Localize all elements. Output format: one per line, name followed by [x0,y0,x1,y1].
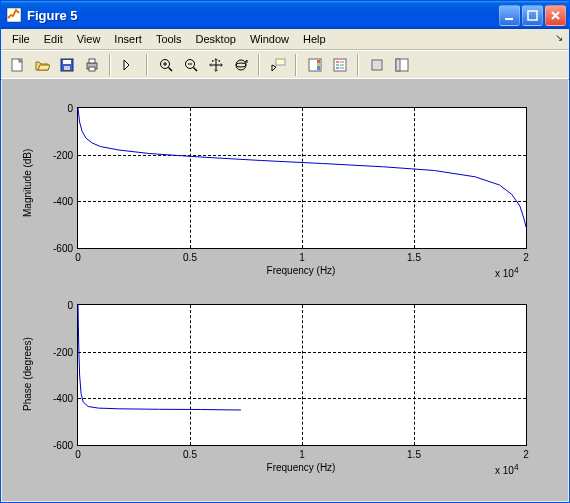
data-cursor-button[interactable] [266,54,289,76]
xtick: 1.5 [407,449,421,460]
ytick: -600 [53,243,73,254]
magnitude-line [78,108,526,248]
ytick: 0 [67,300,73,311]
svg-rect-2 [528,11,537,20]
menu-edit[interactable]: Edit [37,31,70,47]
svg-rect-5 [63,60,71,64]
menu-view[interactable]: View [70,31,108,47]
axes2-ylabel: Phase (degrees) [22,331,33,411]
axes-magnitude[interactable]: 0 -200 -400 -600 0 0.5 1 1.5 2 [77,107,527,249]
matlab-figure-icon [6,7,22,23]
print-button[interactable] [80,54,103,76]
axes2-exponent: x 104 [495,462,519,476]
xtick: 1 [299,449,305,460]
svg-rect-22 [317,60,320,63]
xtick: 0.5 [183,252,197,263]
svg-rect-33 [396,59,400,71]
xtick: 1.5 [407,252,421,263]
ytick: 0 [67,103,73,114]
dock-icon[interactable]: ↘ [555,32,563,43]
svg-rect-1 [505,18,513,20]
ytick: -200 [53,149,73,160]
maximize-button[interactable] [522,5,543,26]
menu-desktop[interactable]: Desktop [189,31,243,47]
svg-point-18 [236,63,246,67]
xtick: 2 [523,252,529,263]
new-figure-button[interactable] [5,54,28,76]
axes1-xlabel: Frequency (Hz) [77,265,525,276]
svg-line-15 [193,68,197,72]
axes2-xlabel: Frequency (Hz) [77,462,525,473]
toolbar [1,50,569,80]
minimize-button[interactable] [499,5,520,26]
open-button[interactable] [30,54,53,76]
edit-plot-button[interactable] [117,54,140,76]
ytick: -200 [53,346,73,357]
menu-file[interactable]: File [5,31,37,47]
svg-rect-19 [276,59,285,65]
insert-legend-button[interactable] [328,54,351,76]
svg-line-11 [168,68,172,72]
axes1-ylabel: Magnitude (dB) [22,137,33,217]
zoom-in-button[interactable] [154,54,177,76]
xtick: 2 [523,449,529,460]
axes1-exponent: x 104 [495,265,519,279]
phase-line [78,305,526,445]
svg-point-17 [236,60,246,70]
hide-plot-tools-button[interactable] [365,54,388,76]
window-title: Figure 5 [27,8,499,23]
save-button[interactable] [55,54,78,76]
menu-insert[interactable]: Insert [107,31,149,47]
menu-tools[interactable]: Tools [149,31,189,47]
figure-canvas: Magnitude (dB) 0 -200 -400 -600 0 0.5 1 … [2,79,568,501]
menu-bar: File Edit View Insert Tools Desktop Wind… [1,29,569,50]
ytick: -600 [53,440,73,451]
figure-window: Figure 5 File Edit View Insert Tools Des… [0,0,570,503]
svg-rect-31 [372,60,382,70]
ytick: -400 [53,196,73,207]
svg-rect-8 [89,59,95,63]
zoom-out-button[interactable] [179,54,202,76]
rotate-3d-button[interactable] [229,54,252,76]
axes-phase[interactable]: 0 -200 -400 -600 0 0.5 1 1.5 2 [77,304,527,446]
svg-rect-9 [89,67,95,71]
insert-colorbar-button[interactable] [303,54,326,76]
menu-window[interactable]: Window [243,31,296,47]
menu-help[interactable]: Help [296,31,333,47]
close-button[interactable] [545,5,566,26]
xtick: 0 [75,252,81,263]
ytick: -400 [53,393,73,404]
xtick: 0.5 [183,449,197,460]
xtick: 0 [75,449,81,460]
svg-rect-6 [64,66,70,70]
xtick: 1 [299,252,305,263]
title-bar[interactable]: Figure 5 [1,1,569,29]
show-plot-tools-button[interactable] [390,54,413,76]
pan-button[interactable] [204,54,227,76]
svg-rect-23 [317,63,320,66]
